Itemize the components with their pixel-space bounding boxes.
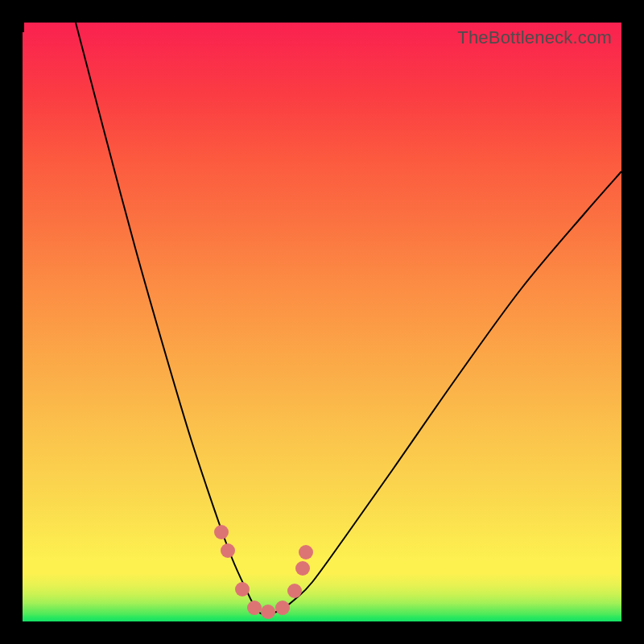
curve-marker (261, 605, 275, 619)
bottleneck-curve (76, 23, 621, 614)
curve-marker (247, 601, 262, 615)
curve-marker (235, 582, 250, 597)
curve-marker (295, 561, 310, 576)
curve-marker (275, 601, 290, 615)
curve-marker (299, 545, 313, 559)
curve-svg (23, 23, 621, 621)
curve-marker (287, 584, 302, 598)
curve-marker (214, 525, 229, 539)
curve-markers (214, 525, 313, 619)
plot-area: TheBottleneck.com (23, 23, 621, 621)
curve-marker (221, 543, 235, 558)
chart-container: TheBottleneck.com (0, 0, 644, 644)
